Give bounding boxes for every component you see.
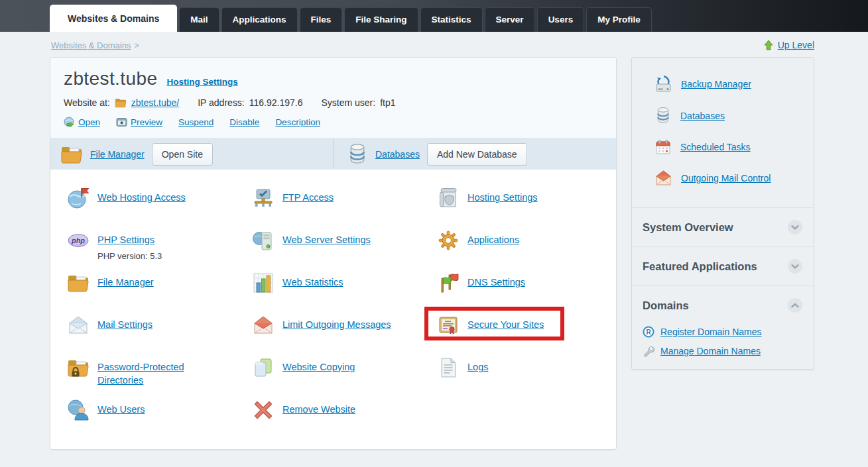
- backup-manager-icon[interactable]: [654, 75, 672, 93]
- section-system-overview[interactable]: System Overview: [632, 207, 814, 246]
- web-users-link[interactable]: Web Users: [97, 403, 145, 417]
- grid-item-file-manager[interactable]: File Manager: [67, 272, 252, 314]
- web-users-icon[interactable]: [67, 399, 90, 421]
- description-link[interactable]: Description: [275, 117, 320, 127]
- grid-item-applications[interactable]: Applications: [437, 229, 609, 272]
- disable-link[interactable]: Disable: [229, 117, 259, 127]
- tab-mail[interactable]: Mail: [179, 7, 219, 32]
- databases-sidebar-link[interactable]: Databases: [680, 111, 725, 121]
- hosting-settings-grid-link[interactable]: Hosting Settings: [467, 191, 538, 205]
- logs-icon[interactable]: [437, 356, 460, 379]
- tab-files[interactable]: Files: [300, 7, 343, 32]
- tab-statistics[interactable]: Statistics: [420, 7, 483, 32]
- file-manager-grid-link[interactable]: File Manager: [97, 276, 154, 289]
- section-domains[interactable]: Domains: [632, 285, 814, 319]
- web-hosting-access-link[interactable]: Web Hosting Access: [97, 191, 186, 205]
- remove-website-icon[interactable]: [252, 399, 275, 421]
- chevron-down-icon[interactable]: [787, 258, 803, 274]
- password-protected-directories-icon[interactable]: [67, 356, 90, 379]
- open-site-button[interactable]: Open Site: [152, 143, 213, 166]
- open-globe-icon[interactable]: [64, 117, 75, 128]
- up-arrow-icon[interactable]: [763, 40, 774, 50]
- hosting-settings-link[interactable]: Hosting Settings: [166, 77, 237, 87]
- limit-outgoing-messages-icon[interactable]: [252, 314, 275, 337]
- scheduled-tasks-link[interactable]: Scheduled Tasks: [680, 142, 751, 152]
- grid-item-remove-website[interactable]: Remove Website: [252, 399, 437, 441]
- mail-settings-link[interactable]: Mail Settings: [97, 319, 153, 332]
- sidebar-item-scheduled-tasks[interactable]: Scheduled Tasks: [654, 138, 804, 156]
- grid-item-ftp-access[interactable]: FTP Access: [252, 187, 437, 229]
- register-icon[interactable]: R: [643, 326, 654, 338]
- grid-item-web-server-settings[interactable]: Web Server Settings: [252, 229, 437, 272]
- section-featured-applications[interactable]: Featured Applications: [632, 246, 814, 285]
- website-path-link[interactable]: zbtest.tube/: [131, 97, 179, 108]
- ftp-access-icon[interactable]: [252, 187, 275, 209]
- secure-your-sites-icon[interactable]: [437, 314, 460, 337]
- breadcrumb-websites-domains-link[interactable]: Websites & Domains: [51, 40, 131, 50]
- php-icon[interactable]: php: [67, 229, 90, 252]
- limit-outgoing-messages-link[interactable]: Limit Outgoing Messages: [282, 319, 391, 332]
- scheduled-tasks-icon[interactable]: [654, 138, 672, 156]
- secure-your-sites-link[interactable]: Secure Your Sites: [467, 319, 544, 332]
- file-manager-icon[interactable]: [67, 272, 90, 294]
- folder-icon[interactable]: [60, 144, 83, 164]
- tab-websites-domains[interactable]: Websites & Domains: [50, 5, 177, 32]
- manage-domain-names-link[interactable]: Manage Domain Names: [660, 346, 761, 356]
- register-domain-names-item[interactable]: R Register Domain Names: [643, 326, 803, 338]
- databases-link[interactable]: Databases: [375, 149, 420, 160]
- up-level-link[interactable]: Up Level: [778, 40, 814, 50]
- grid-item-logs[interactable]: Logs: [437, 356, 609, 399]
- manage-domain-names-item[interactable]: Manage Domain Names: [643, 345, 803, 357]
- website-copying-icon[interactable]: [252, 356, 275, 379]
- tab-users[interactable]: Users: [537, 7, 585, 32]
- grid-item-web-statistics[interactable]: Web Statistics: [252, 272, 437, 314]
- web-server-settings-icon[interactable]: [252, 229, 275, 252]
- applications-icon[interactable]: [437, 229, 460, 252]
- grid-item-password-protected-directories[interactable]: Password-Protected Directories: [67, 356, 252, 399]
- add-new-database-button[interactable]: Add New Database: [427, 143, 527, 166]
- open-link[interactable]: Open: [78, 117, 100, 127]
- outgoing-mail-control-icon[interactable]: [654, 170, 672, 187]
- preview-link[interactable]: Preview: [131, 117, 162, 127]
- php-settings-link[interactable]: PHP Settings: [97, 234, 155, 247]
- mail-settings-icon[interactable]: [67, 314, 90, 337]
- logs-link[interactable]: Logs: [467, 361, 488, 374]
- hosting-settings-icon[interactable]: [437, 187, 460, 209]
- tab-server[interactable]: Server: [485, 7, 535, 32]
- grid-item-mail-settings[interactable]: Mail Settings: [67, 314, 252, 356]
- sidebar-item-backup-manager[interactable]: Backup Manager: [654, 75, 804, 93]
- grid-item-website-copying[interactable]: Website Copying: [252, 356, 437, 399]
- dns-settings-icon[interactable]: [437, 272, 460, 294]
- database-icon[interactable]: [347, 143, 368, 166]
- grid-item-limit-outgoing-messages[interactable]: Limit Outgoing Messages: [252, 314, 437, 356]
- file-manager-link[interactable]: File Manager: [90, 149, 145, 160]
- remove-website-link[interactable]: Remove Website: [282, 403, 355, 417]
- website-copying-link[interactable]: Website Copying: [282, 361, 355, 374]
- web-statistics-link[interactable]: Web Statistics: [282, 276, 343, 289]
- sidebar-item-databases[interactable]: Databases: [654, 107, 804, 125]
- sidebar-item-outgoing-mail-control[interactable]: Outgoing Mail Control: [654, 170, 804, 187]
- grid-item-web-users[interactable]: Web Users: [67, 399, 252, 441]
- backup-manager-link[interactable]: Backup Manager: [681, 79, 751, 89]
- grid-item-hosting-settings[interactable]: Hosting Settings: [437, 187, 609, 229]
- web-server-settings-link[interactable]: Web Server Settings: [282, 234, 371, 247]
- tab-applications[interactable]: Applications: [221, 7, 298, 32]
- web-hosting-access-icon[interactable]: [67, 187, 90, 209]
- tab-file-sharing[interactable]: File Sharing: [344, 7, 418, 32]
- applications-grid-link[interactable]: Applications: [467, 234, 519, 247]
- chevron-down-icon[interactable]: [787, 219, 803, 235]
- register-domain-names-link[interactable]: Register Domain Names: [660, 327, 762, 337]
- outgoing-mail-control-link[interactable]: Outgoing Mail Control: [681, 173, 771, 183]
- chevron-up-icon[interactable]: [787, 297, 803, 313]
- web-statistics-icon[interactable]: [252, 272, 275, 294]
- databases-icon[interactable]: [654, 107, 672, 125]
- grid-item-php-settings[interactable]: php PHP Settings PHP version: 5.3: [67, 229, 252, 272]
- suspend-link[interactable]: Suspend: [178, 117, 214, 127]
- tab-my-profile[interactable]: My Profile: [586, 7, 652, 32]
- ftp-access-link[interactable]: FTP Access: [282, 191, 334, 205]
- password-protected-directories-link[interactable]: Password-Protected Directories: [97, 361, 207, 387]
- preview-icon[interactable]: [116, 117, 127, 127]
- grid-item-web-hosting-access[interactable]: Web Hosting Access: [67, 187, 252, 229]
- grid-item-secure-your-sites[interactable]: Secure Your Sites: [437, 314, 609, 356]
- dns-settings-link[interactable]: DNS Settings: [467, 276, 525, 289]
